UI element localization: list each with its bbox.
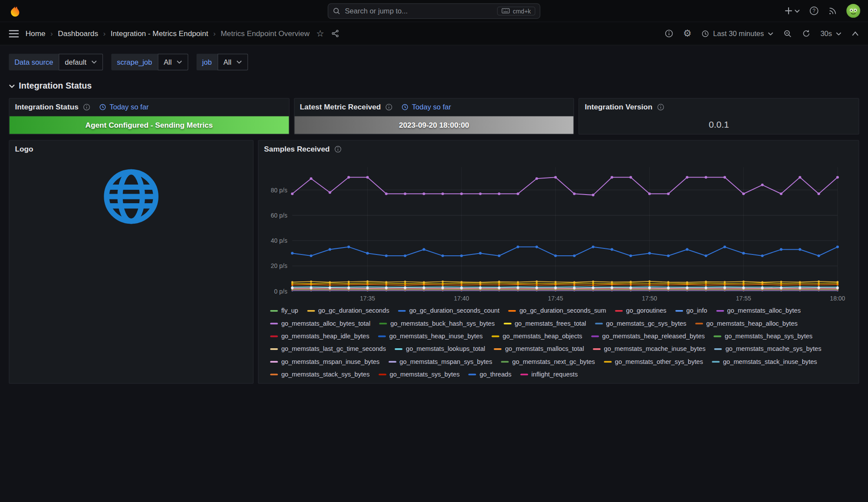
legend-label: go_info xyxy=(686,307,707,314)
legend-item[interactable]: go_memstats_stack_sys_bytes xyxy=(270,369,370,380)
legend-swatch xyxy=(615,310,623,311)
chevron-down-icon xyxy=(9,84,15,88)
samples-chart[interactable]: 0 p/s20 p/s40 p/s60 p/s80 p/s17:3517:401… xyxy=(258,157,858,304)
svg-text:20 p/s: 20 p/s xyxy=(271,262,287,269)
time-range-picker[interactable]: Last 30 minutes xyxy=(702,30,773,38)
legend-item[interactable]: go_memstats_alloc_bytes_total xyxy=(270,318,370,329)
user-avatar[interactable] xyxy=(846,4,860,18)
legend-item[interactable]: go_memstats_other_sys_bytes xyxy=(604,356,703,367)
legend-label: go_gc_duration_seconds_sum xyxy=(519,307,606,314)
settings-button[interactable]: ⚙ xyxy=(683,29,691,38)
chevron-down-icon xyxy=(236,60,242,64)
variable-value-dropdown[interactable]: All xyxy=(158,54,188,70)
legend-item[interactable]: go_memstats_mspan_inuse_bytes xyxy=(270,356,380,367)
panel-link-today[interactable]: Today so far xyxy=(99,102,149,111)
legend-item[interactable]: go_gc_duration_seconds xyxy=(307,305,389,316)
refresh-interval-picker[interactable]: 30s xyxy=(820,30,841,38)
add-button[interactable] xyxy=(784,7,800,15)
legend-item[interactable]: go_info xyxy=(675,305,707,316)
legend-item[interactable]: go_memstats_alloc_bytes xyxy=(716,305,801,316)
rss-icon xyxy=(828,7,837,15)
legend-item[interactable]: go_memstats_mcache_inuse_bytes xyxy=(593,343,705,354)
legend-swatch xyxy=(593,348,601,350)
info-circle-icon[interactable] xyxy=(83,103,90,111)
zoom-out-button[interactable] xyxy=(783,29,792,38)
legend-label: go_memstats_heap_objects xyxy=(503,333,582,339)
legend-item[interactable]: go_memstats_heap_alloc_bytes xyxy=(695,318,798,329)
share-button[interactable] xyxy=(331,30,339,38)
legend-item[interactable]: go_memstats_heap_released_bytes xyxy=(591,330,705,341)
legend-item[interactable]: go_memstats_buck_hash_sys_bytes xyxy=(379,318,495,329)
legend-item[interactable]: go_gc_duration_seconds_count xyxy=(398,305,499,316)
legend-label: go_memstats_alloc_bytes_total xyxy=(281,320,370,327)
help-button[interactable]: ? xyxy=(809,6,819,16)
clock-icon xyxy=(401,103,409,111)
variable-value-dropdown[interactable]: default xyxy=(59,54,103,70)
panel-integration-version: Integration Version 0.0.1 xyxy=(579,98,859,135)
breadcrumb-dashboards[interactable]: Dashboards xyxy=(58,30,98,38)
panel-title[interactable]: Integration Status xyxy=(15,102,78,111)
refresh-button[interactable] xyxy=(802,30,810,38)
legend-item[interactable]: go_memstats_gc_sys_bytes xyxy=(595,318,686,329)
stat-value-bar: Agent Configured - Sending Metrics xyxy=(10,116,289,134)
legend-swatch xyxy=(675,310,683,311)
svg-text:?: ? xyxy=(812,8,815,14)
news-button[interactable] xyxy=(828,7,837,15)
mega-menu-button[interactable] xyxy=(9,30,19,37)
legend-item[interactable]: go_memstats_heap_sys_bytes xyxy=(714,330,813,341)
legend-swatch xyxy=(379,373,386,375)
legend-label: go_memstats_sys_bytes xyxy=(389,371,459,377)
legend-item[interactable]: go_memstats_mspan_sys_bytes xyxy=(389,356,492,367)
panel-title[interactable]: Logo xyxy=(15,145,33,153)
search-bar[interactable]: Search or jump to... cmd+k xyxy=(328,3,541,19)
stat-value: 0.0.1 xyxy=(579,115,858,134)
legend-item[interactable]: go_goroutines xyxy=(615,305,666,316)
top-nav: Search or jump to... cmd+k ? xyxy=(0,0,868,22)
legend-swatch xyxy=(469,373,476,375)
legend-item[interactable]: go_gc_duration_seconds_sum xyxy=(508,305,606,316)
legend-item[interactable]: fly_up xyxy=(270,305,298,316)
panel-link-today[interactable]: Today so far xyxy=(401,102,451,111)
legend-item[interactable]: go_memstats_mallocs_total xyxy=(494,343,584,354)
svg-text:17:40: 17:40 xyxy=(454,295,469,302)
info-circle-icon[interactable] xyxy=(657,103,664,111)
legend-item[interactable]: go_memstats_next_gc_bytes xyxy=(501,356,595,367)
legend-swatch xyxy=(492,335,499,337)
legend-label: go_memstats_heap_alloc_bytes xyxy=(706,320,798,327)
grafana-flame-icon xyxy=(8,4,22,18)
legend-item[interactable]: go_threads xyxy=(469,369,512,380)
svg-text:17:55: 17:55 xyxy=(736,295,751,302)
search-icon xyxy=(333,7,340,15)
info-circle-icon[interactable] xyxy=(385,103,393,111)
legend-swatch xyxy=(270,348,278,350)
panel-title[interactable]: Latest Metric Received xyxy=(300,102,381,111)
info-circle-icon[interactable] xyxy=(334,145,341,153)
panel-title[interactable]: Samples Received xyxy=(264,145,330,153)
legend-item[interactable]: go_memstats_stack_inuse_bytes xyxy=(712,356,817,367)
legend-item[interactable]: go_memstats_frees_total xyxy=(504,318,586,329)
template-variables: Data source default scrape_job All job A… xyxy=(9,54,859,70)
legend-swatch xyxy=(494,348,502,350)
legend-item[interactable]: go_memstats_heap_inuse_bytes xyxy=(378,330,483,341)
row-integration-status[interactable]: Integration Status xyxy=(9,81,859,91)
clock-icon xyxy=(702,30,710,37)
collapse-toolbar-button[interactable] xyxy=(851,31,859,36)
breadcrumb-folder[interactable]: Integration - Metrics Endpoint xyxy=(111,30,208,38)
legend-item[interactable]: inflight_requests xyxy=(520,369,578,380)
legend-item[interactable]: go_memstats_lookups_total xyxy=(395,343,485,354)
legend-item[interactable]: go_memstats_heap_idle_bytes xyxy=(270,330,369,341)
legend-item[interactable]: go_memstats_last_gc_time_seconds xyxy=(270,343,386,354)
legend-label: fly_up xyxy=(281,307,298,314)
legend-item[interactable]: go_memstats_heap_objects xyxy=(492,330,582,341)
legend-item[interactable]: go_memstats_sys_bytes xyxy=(379,369,460,380)
dashboard-insights-button[interactable] xyxy=(665,30,673,38)
variable-value-dropdown[interactable]: All xyxy=(217,54,248,70)
breadcrumb-home[interactable]: Home xyxy=(26,30,46,38)
legend-label: go_memstats_mcache_inuse_bytes xyxy=(604,346,706,352)
legend-item[interactable]: go_memstats_mcache_sys_bytes xyxy=(714,343,821,354)
search-placeholder: Search or jump to... xyxy=(345,7,408,15)
panel-header: Samples Received xyxy=(258,141,858,157)
grafana-logo[interactable] xyxy=(8,3,22,18)
panel-title[interactable]: Integration Version xyxy=(585,102,653,111)
star-button[interactable]: ☆ xyxy=(316,29,324,38)
